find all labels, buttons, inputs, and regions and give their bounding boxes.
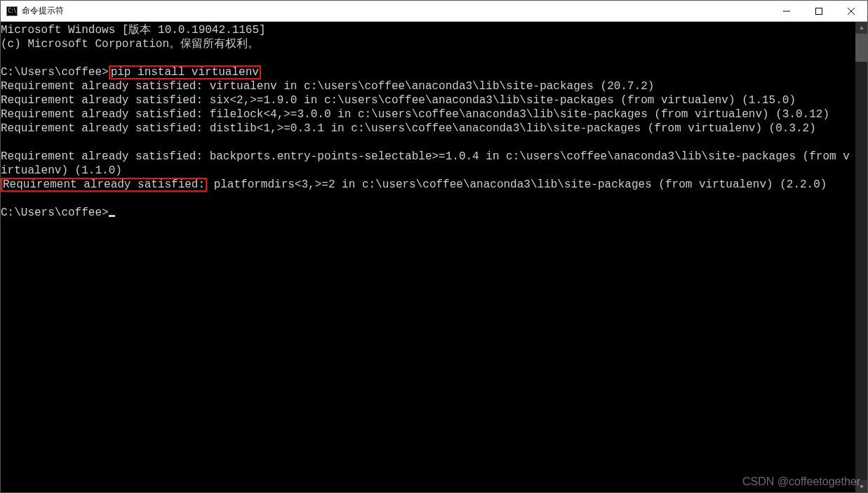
cursor-icon <box>109 215 115 217</box>
prompt-text: C:\Users\coffee> <box>1 66 109 79</box>
terminal-line: Requirement already satisfied: distlib<1… <box>1 121 855 136</box>
svg-marker-4 <box>860 26 864 29</box>
terminal-area: Microsoft Windows [版本 10.0.19042.1165](c… <box>1 22 867 492</box>
terminal-line: C:\Users\coffee> <box>1 206 855 220</box>
scroll-up-button[interactable] <box>855 22 867 34</box>
terminal-line: Requirement already satisfied: platformd… <box>1 178 855 192</box>
scroll-down-button[interactable] <box>855 480 867 492</box>
prompt-text: C:\Users\coffee> <box>1 206 109 219</box>
terminal-line: C:\Users\coffee>pip install virtualenv <box>1 65 855 79</box>
vertical-scrollbar[interactable] <box>855 22 867 492</box>
scroll-thumb[interactable] <box>855 34 867 62</box>
cmd-icon: C:\ <box>6 6 18 16</box>
terminal-line: (c) Microsoft Corporation。保留所有权利。 <box>1 37 855 51</box>
terminal-line: Requirement already satisfied: virtualen… <box>1 79 855 93</box>
terminal-line: Microsoft Windows [版本 10.0.19042.1165] <box>1 23 855 37</box>
svg-marker-5 <box>860 485 864 489</box>
command-prompt-window: C:\ 命令提示符 Microsoft Windows [版本 10.0.190… <box>0 0 868 493</box>
terminal-output[interactable]: Microsoft Windows [版本 10.0.19042.1165](c… <box>1 22 855 492</box>
minimize-button[interactable] <box>770 1 803 21</box>
highlighted-command: pip install virtualenv <box>109 65 261 79</box>
terminal-line: Requirement already satisfied: filelock<… <box>1 107 855 121</box>
close-button[interactable] <box>835 1 867 21</box>
terminal-line <box>1 192 855 206</box>
terminal-line: Requirement already satisfied: backports… <box>1 150 855 178</box>
maximize-button[interactable] <box>803 1 835 21</box>
terminal-text: platformdirs<3,>=2 in c:\users\coffee\an… <box>207 178 827 191</box>
terminal-line: Requirement already satisfied: six<2,>=1… <box>1 93 855 107</box>
window-title: 命令提示符 <box>22 5 770 17</box>
terminal-line <box>1 136 855 150</box>
svg-rect-1 <box>816 8 822 14</box>
titlebar[interactable]: C:\ 命令提示符 <box>1 1 867 22</box>
terminal-line <box>1 51 855 65</box>
window-controls <box>770 1 867 21</box>
highlighted-text: Requirement already satisfied: <box>1 178 207 192</box>
